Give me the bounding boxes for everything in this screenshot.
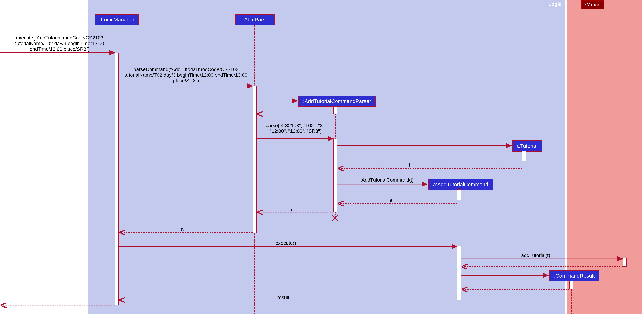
model-lifeline (625, 12, 625, 314)
command-result-participant: :CommandResult (549, 270, 600, 281)
table-parser-participant: :TAbleParser (235, 14, 275, 25)
msg-parse-command: parseCommand("AddTutorial modCode/CS2103… (119, 67, 253, 84)
add-tutorial-command-activation-2 (457, 246, 461, 300)
msg-execute-call: execute() (276, 240, 296, 246)
add-tutorial-command-participant: a:AddTutorialCommand (428, 179, 493, 190)
msg-return-a2: a (290, 207, 292, 212)
logic-manager-participant: :LogicManager (95, 14, 139, 25)
tutorial-participant: t:Tutorial (512, 140, 542, 152)
logic-manager-activation (115, 53, 119, 305)
table-parser-activation (253, 86, 256, 233)
destroy-parser-icon (331, 213, 340, 222)
tutorial-activation (522, 151, 526, 162)
model-frame: :Model (567, 0, 642, 314)
msg-add-tutorial: addTutorial(t) (521, 252, 550, 258)
msg-parse: parse("CS2103", "T02", "3", "12:00", "13… (258, 123, 334, 134)
logic-frame-label: Logic (545, 0, 565, 8)
msg-return-t: t (409, 162, 410, 168)
msg-add-tutorial-command: AddTutorialCommand(t) (362, 177, 414, 183)
msg-return-a3: a (181, 226, 184, 232)
add-tutorial-command-parser-participant: :AddTutorialCommandParser (298, 96, 376, 107)
msg-return-result: result (277, 295, 289, 300)
command-result-activation (570, 281, 573, 290)
parser-activation-2 (334, 138, 337, 212)
tutorial-lifeline (524, 151, 524, 314)
parser-activation-1 (334, 107, 337, 114)
logic-frame: Logic (88, 0, 565, 314)
model-participant: :Model (581, 0, 604, 9)
add-tutorial-command-activation-1 (457, 190, 461, 200)
msg-execute-in: execute("AddTutorial modCode/CS2103 tuto… (4, 35, 116, 52)
msg-return-a1: a (390, 197, 392, 203)
model-activation (623, 258, 627, 267)
